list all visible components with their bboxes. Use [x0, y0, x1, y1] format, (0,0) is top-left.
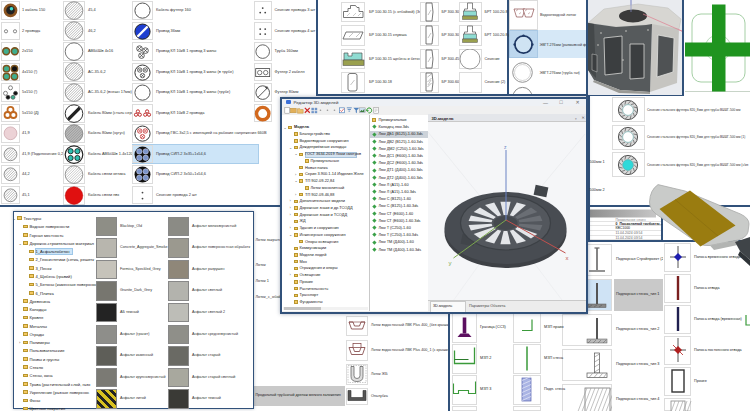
svg-text:x: x [566, 255, 569, 261]
svg-text:y: y [449, 260, 452, 266]
svg-text:z: z [504, 144, 507, 150]
